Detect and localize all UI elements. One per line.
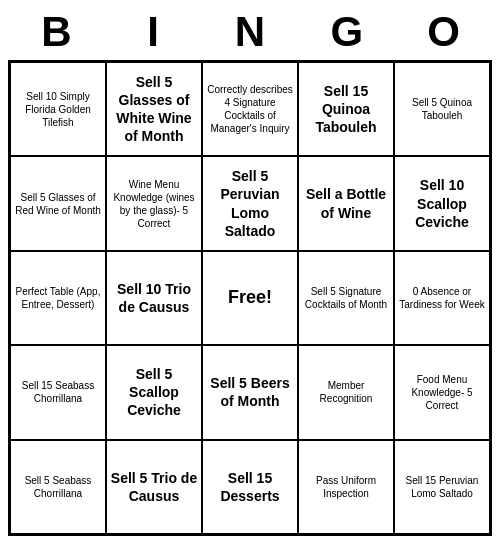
header-letter-g: G xyxy=(303,8,391,56)
header-letter-i: I xyxy=(109,8,197,56)
bingo-cell-21: Sell 5 Trio de Causus xyxy=(106,440,202,534)
header-letter-b: B xyxy=(12,8,100,56)
bingo-cell-15: Sell 15 Seabass Chorrillana xyxy=(10,345,106,439)
bingo-cell-23: Pass Uniform Inspection xyxy=(298,440,394,534)
bingo-cell-18: Member Recognition xyxy=(298,345,394,439)
bingo-cell-10: Perfect Table (App, Entree, Dessert) xyxy=(10,251,106,345)
bingo-cell-13: Sell 5 Signature Cocktails of Month xyxy=(298,251,394,345)
bingo-cell-1: Sell 5 Glasses of White Wine of Month xyxy=(106,62,202,156)
bingo-cell-2: Correctly describes 4 Signature Cocktail… xyxy=(202,62,298,156)
bingo-cell-12: Free! xyxy=(202,251,298,345)
bingo-cell-24: Sell 15 Peruvian Lomo Saltado xyxy=(394,440,490,534)
bingo-board: Sell 10 Simply Florida Golden TilefishSe… xyxy=(8,60,492,536)
bingo-cell-0: Sell 10 Simply Florida Golden Tilefish xyxy=(10,62,106,156)
bingo-header: BINGO xyxy=(8,8,492,56)
bingo-cell-11: Sell 10 Trio de Causus xyxy=(106,251,202,345)
bingo-cell-9: Sell 10 Scallop Ceviche xyxy=(394,156,490,250)
bingo-cell-3: Sell 15 Quinoa Tabouleh xyxy=(298,62,394,156)
bingo-cell-14: 0 Absence or Tardiness for Week xyxy=(394,251,490,345)
bingo-cell-17: Sell 5 Beers of Month xyxy=(202,345,298,439)
bingo-cell-6: Wine Menu Knowledge (wines by the glass)… xyxy=(106,156,202,250)
bingo-cell-4: Sell 5 Quinoa Tabouleh xyxy=(394,62,490,156)
bingo-cell-5: Sell 5 Glasses of Red Wine of Month xyxy=(10,156,106,250)
bingo-cell-7: Sell 5 Peruvian Lomo Saltado xyxy=(202,156,298,250)
bingo-cell-20: Sell 5 Seabass Chorrillana xyxy=(10,440,106,534)
bingo-cell-8: Sell a Bottle of Wine xyxy=(298,156,394,250)
bingo-cell-19: Food Menu Knowledge- 5 Correct xyxy=(394,345,490,439)
header-letter-n: N xyxy=(206,8,294,56)
bingo-cell-16: Sell 5 Scallop Ceviche xyxy=(106,345,202,439)
bingo-cell-22: Sell 15 Desserts xyxy=(202,440,298,534)
header-letter-o: O xyxy=(400,8,488,56)
